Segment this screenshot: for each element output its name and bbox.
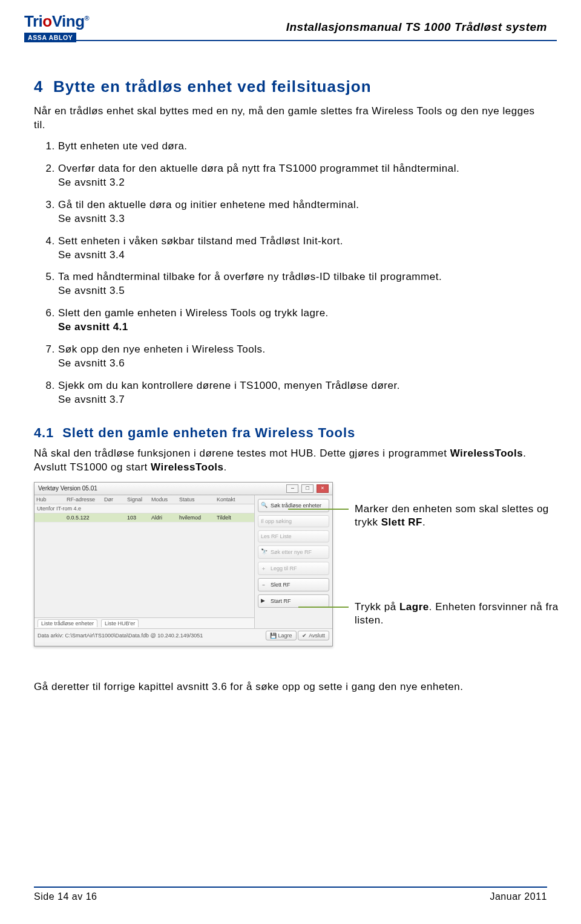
- check-icon: ✔: [302, 633, 307, 639]
- subsection-para: Nå skal den trådløse funksjonen i dørene…: [34, 447, 547, 475]
- read-rf-list-button[interactable]: Les RF Liste: [258, 530, 329, 542]
- tab-device-list[interactable]: Liste trådløse enheter: [38, 619, 97, 627]
- logo-assaabloy: ASSA ABLOY: [24, 33, 76, 42]
- close-button[interactable]: ×: [317, 484, 329, 493]
- steps-list: Bytt enheten ute ved døra. Overfør data …: [34, 140, 547, 407]
- section-intro: Når en trådløs enhet skal byttes med en …: [34, 105, 547, 132]
- binoculars-icon: 🔭: [261, 548, 268, 556]
- search-devices-button[interactable]: 🔍Søk trådløse enheter: [258, 499, 329, 512]
- minimize-button[interactable]: –: [286, 484, 298, 493]
- callout-delete: Marker den enheten som skal slettes og t…: [355, 503, 554, 529]
- search-new-rf-button[interactable]: 🔭Søk etter nye RF: [258, 545, 329, 559]
- delete-rf-button[interactable]: －Slett RF: [258, 578, 329, 591]
- plus-icon: ＋: [261, 565, 268, 572]
- screenshot-area: Verktøy Version 05.01 – □ × Hub RF-adres…: [34, 482, 547, 663]
- logo-trioving: TrioVing®: [24, 12, 89, 31]
- page-number: Side 14 av 16: [34, 891, 97, 902]
- save-icon: 💾: [270, 633, 277, 639]
- search-icon: 🔍: [261, 502, 268, 509]
- actions-panel: 🔍Søk trådløse enheter Il opp søking Les …: [255, 495, 332, 628]
- minus-icon: －: [261, 581, 268, 588]
- footer-date: Januar 2011: [490, 891, 547, 902]
- table-header: Hub RF-adresse Dør Signal Modus Status K…: [34, 495, 254, 504]
- brand-logo: TrioVing® ASSA ABLOY: [24, 12, 89, 43]
- step-item: Sett enheten i våken søkbar tilstand med…: [58, 235, 547, 262]
- tab-hub-list[interactable]: Liste HUB'er: [101, 619, 139, 627]
- maximize-button[interactable]: □: [301, 484, 313, 493]
- closing-para: Gå deretter til forrige kapittel avsnitt…: [34, 680, 547, 694]
- window-statusbar: Data arkiv: C:\SmartAir\TS1000\Data\Data…: [34, 628, 332, 642]
- play-icon: ▶: [261, 597, 268, 605]
- step-item: Ta med håndterminal tilbake for å overfø…: [58, 270, 547, 298]
- table-row[interactable]: 0.0.5.122 103 Aldri hvilemod Tildelt: [34, 513, 254, 522]
- subsection-heading: 4.1 Slett den gamle enheten fra Wireless…: [34, 425, 547, 441]
- speed-up-search-button[interactable]: Il opp søking: [258, 515, 329, 527]
- step-item: Slett den gamle enheten i Wireless Tools…: [58, 307, 547, 334]
- start-rf-button[interactable]: ▶Start RF: [258, 594, 329, 608]
- callout-save: Trykk på Lagre. Enheten forsvinner nå fr…: [355, 600, 573, 627]
- page-header: TrioVing® ASSA ABLOY Installasjonsmanual…: [24, 16, 557, 59]
- table-group-caption: Utenfor IT-rom 4.e: [34, 504, 254, 513]
- page-footer: Side 14 av 16 Januar 2011: [34, 887, 547, 902]
- step-item: Gå til den aktuelle døra og initier enhe…: [58, 198, 547, 226]
- device-list-panel: Hub RF-adresse Dør Signal Modus Status K…: [34, 495, 255, 628]
- document-title: Installasjonsmanual TS 1000 Trådløst sys…: [24, 21, 547, 34]
- window-titlebar: Verktøy Version 05.01 – □ ×: [34, 483, 332, 495]
- step-item: Bytt enheten ute ved døra.: [58, 140, 547, 154]
- step-item: Sjekk om du kan kontrollere dørene i TS1…: [58, 379, 547, 407]
- callout-line: [288, 509, 349, 510]
- app-window: Verktøy Version 05.01 – □ × Hub RF-adres…: [34, 482, 333, 646]
- step-item: Søk opp den nye enheten i Wireless Tools…: [58, 343, 547, 371]
- add-rf-button[interactable]: ＋Legg til RF: [258, 562, 329, 575]
- window-title: Verktøy Version 05.01: [38, 485, 97, 492]
- status-path: Data arkiv: C:\SmartAir\TS1000\Data\Data…: [38, 633, 203, 639]
- bottom-tabs: Liste trådløse enheter Liste HUB'er: [34, 617, 254, 628]
- step-item: Overfør data for den aktuelle døra på ny…: [58, 162, 547, 190]
- footer-rule: [34, 887, 547, 888]
- callout-line: [298, 607, 349, 608]
- section-heading: 4 Bytte en trådløs enhet ved feilsituasj…: [34, 77, 547, 96]
- save-button[interactable]: 💾Lagre: [266, 631, 297, 640]
- header-rule: [24, 40, 557, 41]
- exit-button[interactable]: ✔Avslutt: [298, 631, 329, 640]
